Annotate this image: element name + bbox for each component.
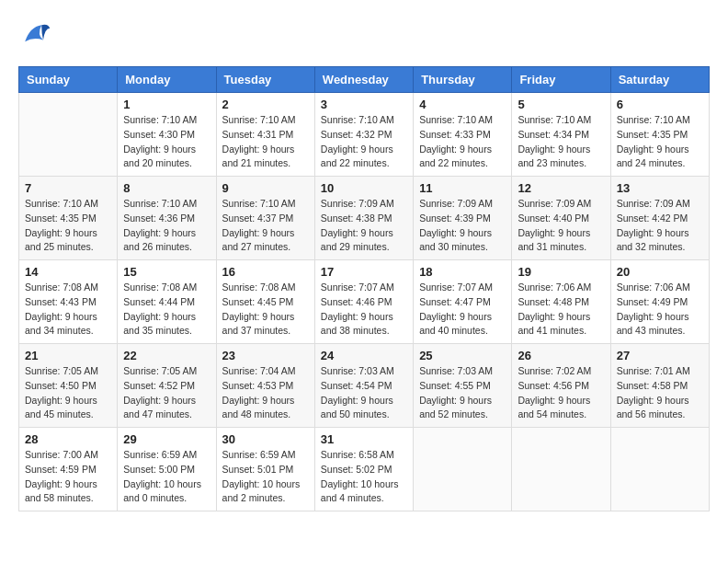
calendar-day-header: Saturday — [610, 67, 709, 93]
day-number: 8 — [123, 181, 210, 195]
day-number: 7 — [25, 181, 111, 195]
day-number: 24 — [321, 349, 407, 362]
calendar-day-cell: 16 Sunrise: 7:08 AMSunset: 4:45 PMDaylig… — [216, 260, 314, 344]
calendar-day-cell: 4 Sunrise: 7:10 AMSunset: 4:33 PMDayligh… — [414, 93, 512, 177]
calendar-day-cell — [19, 93, 118, 177]
day-number: 2 — [222, 98, 309, 111]
day-number: 13 — [617, 181, 703, 195]
day-number: 5 — [518, 98, 604, 111]
day-number: 27 — [617, 349, 703, 362]
calendar-day-cell: 13 Sunrise: 7:09 AMSunset: 4:42 PMDaylig… — [610, 177, 709, 260]
day-info: Sunrise: 7:06 AMSunset: 4:49 PMDaylight:… — [617, 281, 703, 339]
day-info: Sunrise: 7:08 AMSunset: 4:43 PMDaylight:… — [25, 281, 111, 339]
calendar-day-cell: 18 Sunrise: 7:07 AMSunset: 4:47 PMDaylig… — [414, 260, 512, 344]
day-info: Sunrise: 6:59 AMSunset: 5:00 PMDaylight:… — [123, 448, 210, 506]
day-number: 29 — [123, 432, 210, 446]
day-number: 14 — [25, 265, 111, 279]
day-number: 12 — [518, 181, 604, 195]
day-info: Sunrise: 7:09 AMSunset: 4:38 PMDaylight:… — [321, 197, 407, 255]
calendar-day-cell: 24 Sunrise: 7:03 AMSunset: 4:54 PMDaylig… — [314, 344, 413, 428]
calendar-day-cell: 5 Sunrise: 7:10 AMSunset: 4:34 PMDayligh… — [512, 93, 610, 177]
day-info: Sunrise: 7:04 AMSunset: 4:53 PMDaylight:… — [222, 364, 309, 422]
day-number: 20 — [617, 265, 703, 279]
day-number: 28 — [25, 432, 111, 446]
calendar-day-header: Thursday — [414, 67, 512, 93]
calendar-day-cell: 10 Sunrise: 7:09 AMSunset: 4:38 PMDaylig… — [314, 177, 413, 260]
calendar-day-cell: 23 Sunrise: 7:04 AMSunset: 4:53 PMDaylig… — [216, 344, 314, 428]
day-info: Sunrise: 7:09 AMSunset: 4:42 PMDaylight:… — [617, 197, 703, 255]
calendar-day-header: Friday — [512, 67, 610, 93]
calendar-day-cell: 7 Sunrise: 7:10 AMSunset: 4:35 PMDayligh… — [19, 177, 118, 260]
day-number: 4 — [419, 98, 506, 111]
calendar-day-cell — [414, 428, 512, 511]
calendar-day-cell: 29 Sunrise: 6:59 AMSunset: 5:00 PMDaylig… — [118, 428, 216, 511]
day-number: 30 — [222, 432, 309, 446]
day-info: Sunrise: 7:10 AMSunset: 4:31 PMDaylight:… — [222, 113, 309, 171]
calendar-day-header: Wednesday — [314, 67, 413, 93]
day-info: Sunrise: 7:09 AMSunset: 4:39 PMDaylight:… — [419, 197, 506, 255]
calendar-day-cell: 6 Sunrise: 7:10 AMSunset: 4:35 PMDayligh… — [610, 93, 709, 177]
day-info: Sunrise: 7:08 AMSunset: 4:44 PMDaylight:… — [123, 281, 210, 339]
calendar-day-cell: 15 Sunrise: 7:08 AMSunset: 4:44 PMDaylig… — [118, 260, 216, 344]
page-header — [18, 18, 710, 52]
calendar-week-row: 1 Sunrise: 7:10 AMSunset: 4:30 PMDayligh… — [19, 93, 710, 177]
day-info: Sunrise: 7:10 AMSunset: 4:32 PMDaylight:… — [321, 113, 407, 171]
calendar-day-header: Tuesday — [216, 67, 314, 93]
day-info: Sunrise: 7:05 AMSunset: 4:50 PMDaylight:… — [25, 364, 111, 422]
calendar-day-cell: 22 Sunrise: 7:05 AMSunset: 4:52 PMDaylig… — [118, 344, 216, 428]
calendar-day-cell — [610, 428, 709, 511]
day-number: 18 — [419, 265, 506, 279]
day-number: 1 — [123, 98, 210, 111]
calendar-day-cell: 11 Sunrise: 7:09 AMSunset: 4:39 PMDaylig… — [414, 177, 512, 260]
day-info: Sunrise: 7:10 AMSunset: 4:36 PMDaylight:… — [123, 197, 210, 255]
calendar-day-cell: 1 Sunrise: 7:10 AMSunset: 4:30 PMDayligh… — [118, 93, 216, 177]
day-info: Sunrise: 7:01 AMSunset: 4:58 PMDaylight:… — [617, 364, 703, 422]
day-info: Sunrise: 7:10 AMSunset: 4:33 PMDaylight:… — [419, 113, 506, 171]
calendar-week-row: 21 Sunrise: 7:05 AMSunset: 4:50 PMDaylig… — [19, 344, 710, 428]
calendar-day-header: Monday — [118, 67, 216, 93]
calendar-day-cell: 25 Sunrise: 7:03 AMSunset: 4:55 PMDaylig… — [414, 344, 512, 428]
calendar-week-row: 14 Sunrise: 7:08 AMSunset: 4:43 PMDaylig… — [19, 260, 710, 344]
day-number: 3 — [321, 98, 407, 111]
day-info: Sunrise: 7:07 AMSunset: 4:47 PMDaylight:… — [419, 281, 506, 339]
day-number: 31 — [321, 432, 407, 446]
day-number: 19 — [518, 265, 604, 279]
day-info: Sunrise: 7:02 AMSunset: 4:56 PMDaylight:… — [518, 364, 604, 422]
calendar-week-row: 28 Sunrise: 7:00 AMSunset: 4:59 PMDaylig… — [19, 428, 710, 511]
day-info: Sunrise: 7:00 AMSunset: 4:59 PMDaylight:… — [25, 448, 111, 506]
day-info: Sunrise: 7:03 AMSunset: 4:55 PMDaylight:… — [419, 364, 506, 422]
day-info: Sunrise: 7:10 AMSunset: 4:35 PMDaylight:… — [617, 113, 703, 171]
calendar-header-row: SundayMondayTuesdayWednesdayThursdayFrid… — [19, 67, 710, 93]
day-info: Sunrise: 7:06 AMSunset: 4:48 PMDaylight:… — [518, 281, 604, 339]
calendar-day-cell: 30 Sunrise: 6:59 AMSunset: 5:01 PMDaylig… — [216, 428, 314, 511]
day-number: 17 — [321, 265, 407, 279]
day-number: 11 — [419, 181, 506, 195]
calendar-day-cell: 19 Sunrise: 7:06 AMSunset: 4:48 PMDaylig… — [512, 260, 610, 344]
day-info: Sunrise: 7:10 AMSunset: 4:37 PMDaylight:… — [222, 197, 309, 255]
calendar-day-cell: 21 Sunrise: 7:05 AMSunset: 4:50 PMDaylig… — [19, 344, 118, 428]
day-info: Sunrise: 7:05 AMSunset: 4:52 PMDaylight:… — [123, 364, 210, 422]
calendar-day-cell: 27 Sunrise: 7:01 AMSunset: 4:58 PMDaylig… — [610, 344, 709, 428]
day-number: 23 — [222, 349, 309, 362]
calendar-day-cell: 3 Sunrise: 7:10 AMSunset: 4:32 PMDayligh… — [314, 93, 413, 177]
calendar-day-cell: 12 Sunrise: 7:09 AMSunset: 4:40 PMDaylig… — [512, 177, 610, 260]
day-info: Sunrise: 7:10 AMSunset: 4:34 PMDaylight:… — [518, 113, 604, 171]
day-number: 25 — [419, 349, 506, 362]
calendar-day-cell: 26 Sunrise: 7:02 AMSunset: 4:56 PMDaylig… — [512, 344, 610, 428]
calendar-day-cell: 31 Sunrise: 6:58 AMSunset: 5:02 PMDaylig… — [314, 428, 413, 511]
day-info: Sunrise: 7:03 AMSunset: 4:54 PMDaylight:… — [321, 364, 407, 422]
day-info: Sunrise: 7:10 AMSunset: 4:35 PMDaylight:… — [25, 197, 111, 255]
day-number: 10 — [321, 181, 407, 195]
calendar-day-header: Sunday — [19, 67, 118, 93]
day-info: Sunrise: 6:59 AMSunset: 5:01 PMDaylight:… — [222, 448, 309, 506]
logo — [18, 18, 57, 52]
calendar-day-cell: 9 Sunrise: 7:10 AMSunset: 4:37 PMDayligh… — [216, 177, 314, 260]
day-info: Sunrise: 7:07 AMSunset: 4:46 PMDaylight:… — [321, 281, 407, 339]
day-info: Sunrise: 7:10 AMSunset: 4:30 PMDaylight:… — [123, 113, 210, 171]
calendar-table: SundayMondayTuesdayWednesdayThursdayFrid… — [18, 66, 710, 511]
calendar-day-cell: 28 Sunrise: 7:00 AMSunset: 4:59 PMDaylig… — [19, 428, 118, 511]
calendar-day-cell: 14 Sunrise: 7:08 AMSunset: 4:43 PMDaylig… — [19, 260, 118, 344]
calendar-day-cell — [512, 428, 610, 511]
day-number: 22 — [123, 349, 210, 362]
calendar-day-cell: 17 Sunrise: 7:07 AMSunset: 4:46 PMDaylig… — [314, 260, 413, 344]
